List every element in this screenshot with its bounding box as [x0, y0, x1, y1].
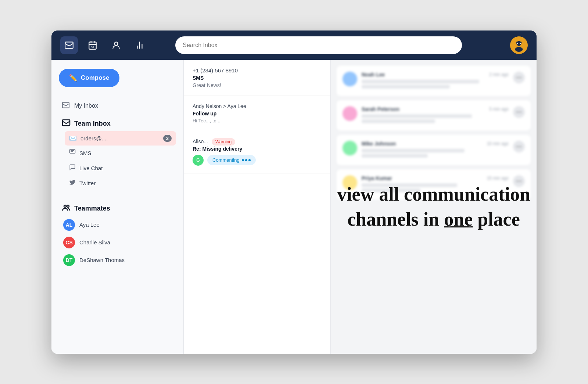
dot-2	[245, 159, 247, 161]
my-inbox-label: My Inbox	[74, 103, 98, 109]
teammate-item-deshawn[interactable]: DT DeShawn Thomas	[59, 251, 176, 269]
sms-icon	[69, 149, 76, 157]
svg-rect-17	[62, 102, 69, 108]
sidebar: ✏️ Compose My Inbox	[51, 60, 184, 354]
svg-rect-14	[516, 42, 521, 43]
right-name-3: Mike Johnson	[362, 141, 396, 147]
sms-label: SMS	[79, 150, 92, 156]
svg-point-6	[115, 42, 118, 45]
commenting-badge: Commenting	[207, 155, 256, 165]
conv-preview: Great News!	[193, 82, 322, 88]
right-text-line-2b	[362, 119, 435, 123]
right-name-2: Sarah Peterson	[362, 106, 399, 112]
teammates-header: Teammates	[59, 200, 176, 216]
team-inbox-label: Team Inbox	[74, 120, 111, 128]
live-chat-label: Live Chat	[79, 165, 103, 171]
more-btn-1[interactable]: ⋯	[513, 72, 525, 83]
right-time-1: 2 min ago	[489, 72, 509, 77]
more-btn-4[interactable]: ⋯	[513, 175, 525, 187]
orders-label: orders@....	[80, 135, 108, 141]
inbox-sub-item-live-chat[interactable]: Live Chat	[65, 161, 176, 176]
conv-subject-followup: Follow up	[193, 111, 322, 116]
right-text-line-3b	[362, 154, 428, 158]
teammate-name-charlie: Charlie Silva	[79, 239, 110, 245]
team-inbox-icon	[62, 118, 71, 129]
svg-point-15	[517, 43, 518, 44]
right-avatar-3	[343, 141, 357, 155]
typing-dots	[242, 159, 251, 161]
teammate-item-aya[interactable]: AL Aya Lee	[59, 216, 176, 234]
right-avatar-1	[343, 72, 357, 86]
more-btn-3[interactable]: ⋯	[513, 141, 525, 152]
conv-body-followup: Hi Tec..., to...	[193, 118, 322, 123]
chat-icon	[69, 164, 76, 172]
sidebar-team-inbox-header[interactable]: Team Inbox	[59, 115, 176, 131]
right-content-2: Sarah Peterson 5 min ago	[362, 106, 509, 125]
right-panel: Noah Lee 2 min ago ⋯ Sarah Peterson	[331, 60, 537, 354]
right-time-2: 5 min ago	[489, 107, 509, 112]
right-content-4: Priya Kumar 15 min ago	[362, 175, 509, 194]
teammate-name-deshawn: DeShawn Thomas	[79, 257, 125, 263]
inbox-sub-item-sms[interactable]: SMS	[65, 146, 176, 161]
compose-button[interactable]: ✏️ Compose	[59, 69, 119, 87]
warning-tag: Warning	[212, 138, 235, 146]
right-text-line-4a	[362, 183, 457, 187]
nav-contacts-btn[interactable]	[107, 36, 125, 54]
right-text-line-2a	[362, 114, 472, 118]
user-avatar-nav[interactable]	[510, 36, 528, 54]
conv-phone: +1 (234) 567 8910	[193, 67, 322, 73]
orders-badge: 3	[163, 135, 172, 142]
svg-rect-0	[65, 42, 73, 48]
app-window: 31	[51, 30, 537, 354]
nav-analytics-btn[interactable]	[131, 36, 148, 54]
conv-type: SMS	[193, 75, 322, 81]
right-text-line-1b	[362, 85, 450, 89]
compose-label: Compose	[81, 74, 109, 82]
conversation-item-missing-delivery[interactable]: Aliso... Warning Re: Missing delivery G …	[184, 131, 330, 173]
sidebar-item-my-inbox[interactable]: My Inbox	[59, 97, 176, 115]
inbox-sub-item-orders[interactable]: ✉️ orders@.... 3	[65, 131, 176, 146]
inbox-sub-item-twitter[interactable]: Twitter	[65, 176, 176, 191]
conversation-item-followup[interactable]: Andy Nelson > Aya Lee Follow up Hi Tec..…	[184, 96, 330, 131]
teammate-name-aya: Aya Lee	[79, 222, 100, 228]
inbox-sub-items: ✉️ orders@.... 3 SMS	[65, 131, 176, 191]
search-input[interactable]	[175, 36, 462, 54]
conv-from-aliso: Aliso... Warning	[193, 139, 322, 144]
right-item-3[interactable]: Mike Johnson 10 min ago ⋯	[337, 135, 531, 165]
more-btn-2[interactable]: ⋯	[513, 106, 525, 118]
overlay-underline-word: one	[444, 209, 473, 230]
conv-from-andy: Andy Nelson > Aya Lee	[193, 103, 322, 109]
right-text-line-3a	[362, 149, 465, 152]
right-name-1: Noah Lee	[362, 72, 385, 78]
right-name-row-2: Sarah Peterson 5 min ago	[362, 106, 509, 112]
right-avatar-4	[343, 175, 357, 190]
right-content-1: Noah Lee 2 min ago	[362, 72, 509, 90]
right-name-4: Priya Kumar	[362, 175, 392, 181]
compose-icon: ✏️	[69, 74, 77, 82]
right-text-line-4b	[362, 189, 420, 192]
right-item-2[interactable]: Sarah Peterson 5 min ago ⋯	[337, 100, 531, 130]
right-time-4: 15 min ago	[487, 176, 509, 181]
right-name-row-1: Noah Lee 2 min ago	[362, 72, 509, 78]
teammate-item-charlie[interactable]: CS Charlie Silva	[59, 234, 176, 251]
conv-subject-delivery: Re: Missing delivery	[193, 146, 322, 152]
email-icon: ✉️	[69, 134, 77, 142]
twitter-label: Twitter	[79, 180, 96, 186]
teammate-avatar-deshawn: DT	[63, 254, 75, 266]
dot-3	[248, 159, 251, 161]
dot-1	[242, 159, 244, 161]
conv-name-text: Aliso...	[193, 139, 208, 144]
right-text-line-1a	[362, 80, 479, 83]
teammates-section: Teammates AL Aya Lee CS Charlie Silva DT…	[59, 200, 176, 269]
teammates-icon	[62, 203, 71, 214]
top-nav: 31	[51, 30, 537, 60]
svg-text:31: 31	[91, 45, 94, 49]
teammate-avatar-aya: AL	[63, 219, 75, 231]
svg-point-12	[515, 47, 523, 51]
nav-inbox-btn[interactable]	[60, 36, 78, 54]
right-item-1[interactable]: Noah Lee 2 min ago ⋯	[337, 66, 531, 96]
conversation-item-sms[interactable]: +1 (234) 567 8910 SMS Great News!	[184, 60, 330, 96]
nav-calendar-btn[interactable]: 31	[84, 36, 101, 54]
right-item-4[interactable]: Priya Kumar 15 min ago ⋯	[337, 169, 531, 200]
right-time-3: 10 min ago	[487, 141, 509, 146]
